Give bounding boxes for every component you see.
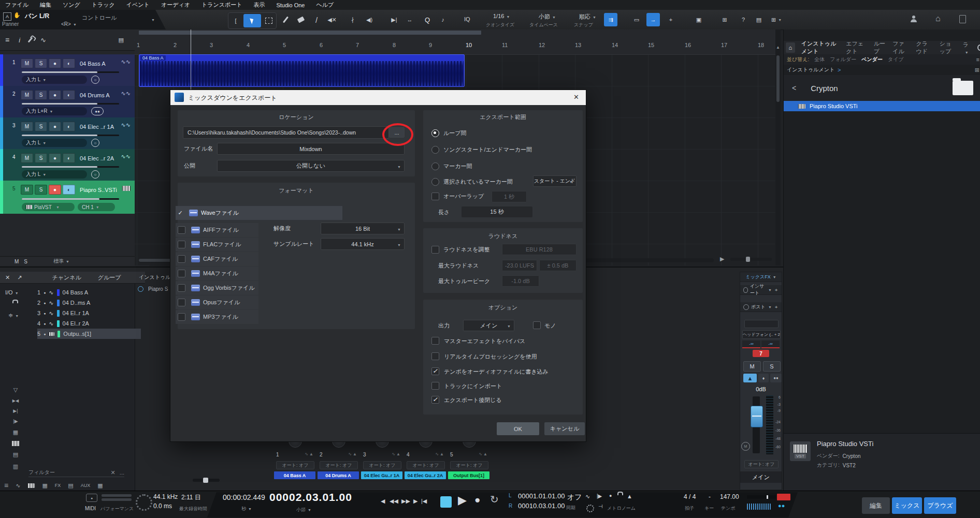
grid-tab-icon[interactable]: ▦ xyxy=(97,482,103,489)
folder-name[interactable]: Crypton xyxy=(811,84,838,93)
mixfx-header[interactable]: ミックスFX xyxy=(740,272,782,282)
cancel-button[interactable]: キャンセル xyxy=(544,422,585,435)
goto-prev-icon[interactable]: |▶ xyxy=(13,419,18,424)
browse-view-button[interactable]: ブラウズ xyxy=(924,497,956,514)
radio-selected-marker-range[interactable] xyxy=(431,178,439,186)
channel-list-row[interactable]: 3●∿ 04 El..r 1A xyxy=(37,308,135,318)
mute-button[interactable]: M xyxy=(21,90,33,100)
snap-toggle-button[interactable]: ⇉ xyxy=(604,13,617,26)
goto-next-icon[interactable]: ▶| xyxy=(13,408,18,413)
instrument-select[interactable]: PiaVST xyxy=(22,203,75,211)
track-row[interactable]: 4 M S ● ◐ 04 Elec ..r 2A ∿∿ 入力 L ○ xyxy=(0,149,135,181)
timeline-ruler[interactable]: 1 2 3 4 5 6 7 8 9 10 11 12 13 14 15 16 1… xyxy=(135,29,781,55)
format-option-caf[interactable]: CAFファイル xyxy=(176,252,258,266)
mono-button[interactable]: M xyxy=(741,442,750,451)
write-tempo-checkbox[interactable] xyxy=(431,367,439,375)
menu-help[interactable]: ヘルプ xyxy=(316,1,334,9)
stop-button[interactable] xyxy=(440,496,452,508)
input-select[interactable]: 入力 L+R xyxy=(22,107,87,115)
radio-loop-range[interactable] xyxy=(431,129,439,137)
monitor-button[interactable]: ◐ xyxy=(63,185,75,195)
gear-icon[interactable] xyxy=(586,505,594,512)
realtime-checkbox[interactable] xyxy=(431,352,439,360)
record-arm-button[interactable]: ● xyxy=(49,185,61,195)
strip-icons[interactable]: ∿ ▲ xyxy=(435,452,444,456)
menu-file[interactable]: ファイル xyxy=(5,1,28,9)
time-unit-select[interactable]: 秒 xyxy=(241,506,252,512)
key-value[interactable]: - xyxy=(709,493,711,500)
record-button[interactable]: ● xyxy=(474,494,480,506)
timebase-select[interactable]: 小節 xyxy=(539,13,556,21)
overlap-value-field[interactable]: 1 秒 xyxy=(492,191,527,202)
loop-start-value[interactable]: 00001.01.01.00 xyxy=(518,492,565,500)
split-tool-button[interactable]: ∤ xyxy=(346,13,359,26)
monitor-button[interactable]: ◐ xyxy=(63,122,75,131)
sync-off-value[interactable]: オフ xyxy=(567,493,582,502)
monitor-button[interactable]: ◐ xyxy=(63,153,75,163)
edit-view-button[interactable]: 編集 xyxy=(862,497,890,514)
strip-icons[interactable]: ∿ ▲ xyxy=(348,452,357,456)
output-select[interactable]: メイン xyxy=(463,320,514,331)
menu-transport[interactable]: トランスポート xyxy=(201,1,242,9)
volume-slider[interactable] xyxy=(22,198,119,200)
keyboard-view-icon[interactable] xyxy=(11,441,20,446)
volume-slider[interactable] xyxy=(22,166,119,168)
quantize-q-button[interactable]: Q xyxy=(421,13,434,26)
input-monitor-icon[interactable]: ○ xyxy=(91,170,99,179)
tab-instruments[interactable]: インストゥルメント xyxy=(801,40,840,55)
detail-view-icon[interactable]: ▥ xyxy=(13,463,18,470)
listen-tool-button[interactable]: ◀) xyxy=(363,13,376,26)
home-button[interactable]: ⌂ xyxy=(935,14,941,23)
insert-section[interactable]: インサート＋ xyxy=(740,285,782,295)
help-button[interactable]: ? xyxy=(737,13,750,26)
note-fx-button[interactable]: ♪ xyxy=(436,13,450,26)
wrench-icon[interactable] xyxy=(28,37,33,42)
document-button[interactable] xyxy=(959,15,966,23)
solo-button[interactable]: S xyxy=(763,361,781,372)
menu-edit[interactable]: 編集 xyxy=(40,1,51,9)
breadcrumb[interactable]: インストゥルメント xyxy=(787,66,834,73)
snap-select[interactable]: 順応 xyxy=(579,13,596,21)
automation-mode-button[interactable]: オート: オフ xyxy=(363,461,401,469)
automation-mode-button[interactable]: オート: オフ xyxy=(407,461,445,469)
record-arm-button[interactable]: ● xyxy=(49,90,61,100)
monitor-button[interactable]: ◐ xyxy=(63,58,75,68)
sort-all[interactable]: 全体 xyxy=(814,56,825,63)
mute-button[interactable]: M xyxy=(21,58,33,68)
fast-forward-button[interactable]: ▶▶ xyxy=(401,498,410,505)
menu-song[interactable]: ソング xyxy=(63,1,80,9)
marker-icon[interactable]: ⊣ xyxy=(598,504,603,509)
record-arm-button[interactable]: ● xyxy=(49,58,61,68)
format-option-ogg[interactable]: Ogg Vorbisファイル xyxy=(176,281,258,295)
grid-settings-button[interactable]: ⊞ xyxy=(770,13,783,26)
publish-select[interactable]: 公開しない xyxy=(217,160,405,172)
channel-list-row[interactable]: 1●∿ 04 Bass A xyxy=(37,287,135,298)
menu-event[interactable]: イベント xyxy=(126,1,150,9)
loudness-tolerance-field[interactable]: ± 0.5 dB xyxy=(539,260,577,271)
dialog-titlebar[interactable]: ミックスダウンをエクスポート ✕ xyxy=(170,90,586,105)
format-option-aiff[interactable]: AIFFファイル xyxy=(176,223,258,237)
pencil-tool-button[interactable] xyxy=(279,13,292,26)
plugin-row-selected[interactable]: Piapro Studio VSTi xyxy=(784,101,980,111)
crosshair-button[interactable]: + xyxy=(664,13,678,26)
count-in-icon[interactable]: ● xyxy=(609,493,612,498)
collapse-chevron-icon[interactable]: < xyxy=(792,84,796,92)
strip-name[interactable]: 04 Bass A xyxy=(274,471,315,479)
timestretch-button[interactable]: ↔ xyxy=(403,13,416,26)
eraser-tool-button[interactable] xyxy=(294,13,308,26)
format-option-opus[interactable]: Opusファイル xyxy=(176,295,258,309)
midi-channel-select[interactable]: CH 1 xyxy=(78,203,115,211)
volume-slider[interactable] xyxy=(22,135,119,136)
return-to-start-button[interactable]: |◀ xyxy=(421,498,427,505)
automation-icon[interactable]: ∿ xyxy=(40,36,46,44)
samplerate-select[interactable]: 44.1 kHz xyxy=(321,238,405,250)
track-row[interactable]: 1 M S ● ◐ 04 Bass A ∿∿ 入力 L ○ xyxy=(0,54,135,86)
pan-mode-select[interactable]: <R> xyxy=(61,21,77,27)
send-slot[interactable] xyxy=(744,320,779,328)
tab-loops[interactable]: ループ xyxy=(874,40,887,55)
mute-button[interactable]: M xyxy=(21,153,33,163)
channel-list-row-selected[interactable]: 5● Outpu..s[1] xyxy=(37,329,141,339)
record-arm-button[interactable]: ● xyxy=(49,122,61,131)
monitor-speaker-button[interactable]: ▲ xyxy=(743,374,757,382)
tempo-slider[interactable] xyxy=(747,495,776,499)
